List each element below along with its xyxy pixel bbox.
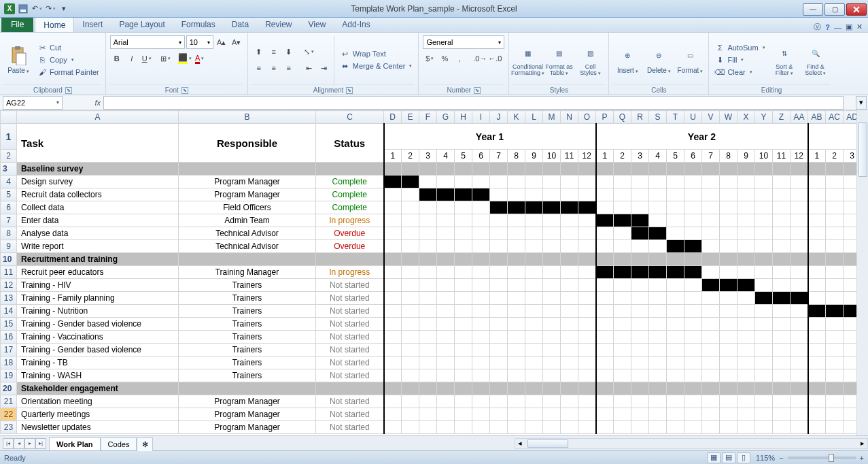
gantt-cell[interactable]: [490, 318, 508, 331]
gantt-cell[interactable]: [402, 176, 419, 188]
col-header-L[interactable]: L: [525, 111, 543, 124]
gantt-cell[interactable]: [419, 357, 437, 369]
gantt-cell[interactable]: [402, 318, 419, 331]
gantt-cell[interactable]: [684, 357, 702, 369]
gantt-cell[interactable]: [631, 395, 649, 408]
gantt-cell[interactable]: [543, 344, 561, 357]
gantt-cell[interactable]: [490, 305, 508, 318]
row-header[interactable]: 13: [1, 292, 17, 305]
gantt-cell[interactable]: [490, 176, 508, 188]
gantt-cell[interactable]: [472, 344, 490, 357]
status-cell[interactable]: Complete: [316, 201, 384, 214]
gantt-cell[interactable]: [649, 176, 667, 188]
gantt-cell[interactable]: [684, 408, 702, 421]
gantt-cell[interactable]: [596, 408, 614, 421]
gantt-cell[interactable]: [791, 421, 808, 434]
gantt-cell[interactable]: [561, 176, 578, 188]
cell-styles-button[interactable]: ▧Cell Styles: [576, 35, 604, 84]
gantt-cell[interactable]: [543, 395, 561, 408]
gantt-cell[interactable]: [773, 369, 791, 382]
gantt-cell[interactable]: [578, 331, 596, 344]
tab-review[interactable]: Review: [257, 17, 300, 32]
sheet-nav-prev[interactable]: ◂: [14, 438, 24, 449]
gantt-cell[interactable]: [596, 279, 614, 292]
gantt-cell[interactable]: [649, 188, 667, 201]
gantt-cell[interactable]: [384, 240, 402, 253]
gantt-cell[interactable]: [791, 305, 808, 318]
gantt-cell[interactable]: [791, 188, 808, 201]
gantt-cell[interactable]: [384, 369, 402, 382]
new-sheet-button[interactable]: ✻: [137, 437, 153, 451]
task-cell[interactable]: Training - HIV: [17, 279, 179, 292]
expand-formula-bar[interactable]: ▾: [856, 96, 867, 110]
responsible-cell[interactable]: Trainers: [179, 292, 316, 305]
alignment-launcher[interactable]: ⬊: [346, 87, 353, 94]
gantt-cell[interactable]: [596, 344, 614, 357]
gantt-cell[interactable]: [578, 369, 596, 382]
font-name-select[interactable]: Arial▾: [110, 35, 185, 49]
gantt-cell[interactable]: [667, 279, 684, 292]
sheet-nav-last[interactable]: ▸|: [35, 438, 46, 449]
gantt-cell[interactable]: [702, 214, 720, 227]
gantt-cell[interactable]: [596, 188, 614, 201]
gantt-cell[interactable]: [791, 408, 808, 421]
gantt-cell[interactable]: [384, 176, 402, 188]
gantt-cell[interactable]: [791, 201, 808, 214]
merge-center-button[interactable]: ⬌Merge & Center: [338, 61, 415, 71]
gantt-cell[interactable]: [720, 357, 737, 369]
fx-icon[interactable]: fx: [94, 99, 101, 107]
responsible-cell[interactable]: Technical Advisor: [179, 240, 316, 253]
gantt-cell[interactable]: [773, 214, 791, 227]
gantt-cell[interactable]: [455, 176, 472, 188]
gantt-cell[interactable]: [402, 395, 419, 408]
col-header-U[interactable]: U: [684, 111, 702, 124]
gantt-cell[interactable]: [791, 395, 808, 408]
gantt-cell[interactable]: [384, 357, 402, 369]
gantt-cell[interactable]: [543, 201, 561, 214]
col-header-W[interactable]: W: [720, 111, 737, 124]
status-cell[interactable]: Not started: [316, 292, 384, 305]
gantt-cell[interactable]: [737, 408, 755, 421]
gantt-cell[interactable]: [826, 227, 844, 240]
gantt-cell[interactable]: [667, 395, 684, 408]
gantt-cell[interactable]: [525, 188, 543, 201]
gantt-cell[interactable]: [525, 214, 543, 227]
gantt-cell[interactable]: [490, 344, 508, 357]
col-header-R[interactable]: R: [631, 111, 649, 124]
gantt-cell[interactable]: [472, 292, 490, 305]
gantt-cell[interactable]: [773, 227, 791, 240]
redo-icon[interactable]: ↷: [45, 3, 56, 14]
gantt-cell[interactable]: [472, 395, 490, 408]
hscroll-thumb[interactable]: [527, 440, 568, 448]
gantt-cell[interactable]: [596, 201, 614, 214]
gantt-cell[interactable]: [561, 227, 578, 240]
gantt-cell[interactable]: [684, 279, 702, 292]
gantt-cell[interactable]: [791, 292, 808, 305]
align-middle-button[interactable]: ≡: [267, 45, 281, 59]
gantt-cell[interactable]: [455, 188, 472, 201]
gantt-cell[interactable]: [737, 201, 755, 214]
gantt-cell[interactable]: [578, 201, 596, 214]
gantt-cell[interactable]: [455, 369, 472, 382]
gantt-cell[interactable]: [384, 318, 402, 331]
gantt-cell[interactable]: [578, 395, 596, 408]
vertical-scrollbar[interactable]: [856, 110, 868, 435]
gantt-cell[interactable]: [720, 421, 737, 434]
gantt-cell[interactable]: [737, 305, 755, 318]
border-button[interactable]: ⊞: [159, 52, 173, 65]
gantt-cell[interactable]: [472, 214, 490, 227]
gantt-cell[interactable]: [472, 369, 490, 382]
gantt-cell[interactable]: [596, 214, 614, 227]
row-header[interactable]: 9: [1, 240, 17, 253]
decrease-decimal-button[interactable]: ←.0: [488, 52, 502, 65]
responsible-cell[interactable]: Field Officers: [179, 201, 316, 214]
gantt-cell[interactable]: [826, 201, 844, 214]
gantt-cell[interactable]: [755, 408, 773, 421]
gantt-cell[interactable]: [702, 305, 720, 318]
gantt-cell[interactable]: [702, 331, 720, 344]
gantt-cell[interactable]: [490, 331, 508, 344]
gantt-cell[interactable]: [755, 279, 773, 292]
gantt-cell[interactable]: [826, 305, 844, 318]
task-cell[interactable]: Training - TB: [17, 357, 179, 369]
gantt-cell[interactable]: [384, 408, 402, 421]
